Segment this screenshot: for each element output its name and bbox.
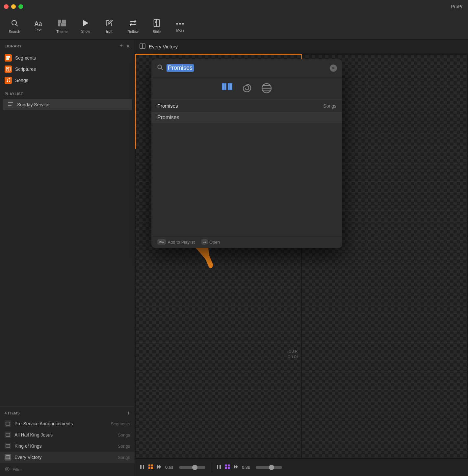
playlist-row-every-victory[interactable]: Every Victory Songs [0,452,135,463]
svg-line-1 [16,24,18,26]
search-input-icon [157,64,163,72]
play-pause-right[interactable] [216,464,221,471]
all-hail-icon [5,432,11,438]
svg-point-26 [5,467,9,471]
king-of-kings-type: Songs [118,444,130,449]
library-header: LIBRARY + ∧ [0,40,135,51]
bible-label: Bible [153,30,161,34]
toolbar: Search Aa Text Theme Show [0,13,468,40]
svg-marker-58 [234,465,236,469]
svg-rect-5 [61,23,66,26]
segments-label: Segments [15,55,36,61]
dots-grid-left[interactable] [148,464,153,471]
edit-icon [106,19,113,28]
text-icon: Aa [34,21,42,27]
result-promises-name: Promises [157,115,179,120]
toolbar-item-search[interactable]: Search [3,15,26,38]
svg-rect-46 [148,464,150,466]
maximize-button[interactable] [18,4,23,9]
svg-rect-33 [222,84,226,90]
toolbar-item-theme[interactable]: Theme [50,15,74,38]
play-pause-left[interactable] [140,464,145,471]
toolbar-item-text[interactable]: Aa Text [26,15,50,38]
search-query-highlighted: Promises [167,64,194,72]
filter-bar: Filter [0,463,135,476]
items-header: 4 ITEMS + [0,407,135,418]
add-to-playlist-shortcut: ⌘↵ Add to Playlist [157,239,195,245]
toolbar-item-bible[interactable]: Bible [145,15,169,38]
svg-point-0 [12,20,16,25]
all-hail-name: All Hail King Jesus [14,432,115,437]
svg-rect-47 [151,464,153,466]
playlist-row-all-hail[interactable]: All Hail King Jesus Songs [0,429,135,440]
dots-grid-right[interactable] [225,464,230,471]
pre-service-type: Segments [111,421,130,426]
titlebar-buttons [4,4,23,9]
pre-service-icon [5,420,11,427]
filter-spiral-button[interactable] [240,81,254,95]
svg-point-18 [9,81,10,82]
toolbar-item-more[interactable]: ••• More [169,15,192,38]
show-icon [82,19,89,28]
progress-slider-left[interactable] [179,466,205,469]
minimize-button[interactable] [11,4,16,9]
toolbar-item-reflow[interactable]: Reflow [121,15,145,38]
open-shortcut: ↵ Open [201,239,220,245]
toolbar-item-edit[interactable]: Edit [97,15,121,38]
library-title: LIBRARY [5,44,22,48]
result-row-promises[interactable]: Promises [151,112,342,123]
library-item-songs[interactable]: Songs [0,75,135,86]
svg-rect-57 [228,467,230,469]
reflow-icon [129,19,137,28]
close-button[interactable] [4,4,9,9]
library-header-actions: + ∧ [120,43,130,49]
filter-bible-button[interactable] [220,81,234,95]
theme-label: Theme [56,30,67,34]
library-item-scriptures[interactable]: Scriptures [0,64,135,75]
svg-rect-23 [6,433,10,436]
open-shortcut-label: Open [209,240,220,245]
playlist-row-pre-service[interactable]: Pre-Service Announcements Segments [0,418,135,429]
svg-rect-56 [225,467,227,469]
playlist-row-king-of-kings[interactable]: King of Kings Songs [0,440,135,452]
slide-8[interactable]: 8 [302,307,467,400]
fast-forward-left[interactable] [157,464,162,471]
results-type: Songs [323,103,336,109]
scriptures-icon [5,66,12,73]
svg-rect-53 [220,465,221,469]
all-hail-type: Songs [118,433,130,437]
app-name: ProPr [451,4,463,9]
fast-forward-right[interactable] [233,464,239,471]
content-header: Every Victory [135,40,468,54]
reflow-label: Reflow [127,30,139,34]
filter-icon [5,466,10,473]
svg-marker-51 [159,465,161,469]
show-label: Show [81,29,90,33]
progress-slider-right[interactable] [256,466,282,469]
slide-7-text: OU ROU RI [288,349,298,359]
items-add-button[interactable]: + [127,410,130,416]
library-collapse-button[interactable]: ∧ [126,43,130,49]
king-of-kings-icon [5,443,11,449]
songs-icon [5,77,12,84]
titlebar: ProPr [0,0,468,13]
king-of-kings-name: King of Kings [14,443,115,449]
pre-service-name: Pre-Service Announcements [14,421,107,426]
svg-rect-4 [58,23,60,26]
svg-rect-54 [225,464,227,466]
svg-rect-2 [58,19,61,22]
svg-rect-12 [6,58,9,60]
svg-rect-55 [228,464,230,466]
content-title: Every Victory [149,44,178,49]
add-shortcut-label: Add to Playlist [168,240,195,245]
filter-lines-button[interactable] [259,81,274,95]
library-add-button[interactable]: + [120,43,123,49]
svg-rect-22 [6,422,10,425]
sunday-service-item[interactable]: Sunday Service [3,99,132,110]
library-item-segments[interactable]: Segments [0,52,135,64]
toolbar-item-show[interactable]: Show [74,15,97,38]
slide-7[interactable]: 7 OU ROU RI [136,307,301,400]
more-icon: ••• [176,20,185,27]
search-clear-button[interactable]: × [330,65,337,72]
songs-label: Songs [15,78,28,83]
